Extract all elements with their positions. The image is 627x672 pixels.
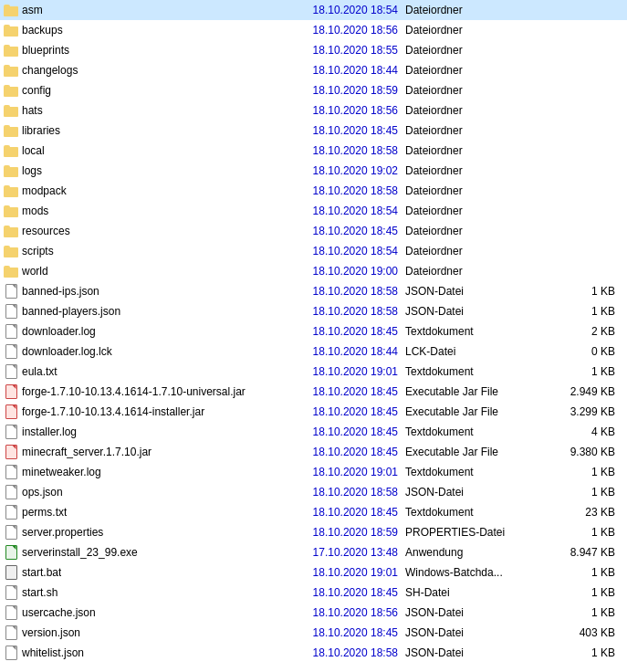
file-date: 18.10.2020 18:54 xyxy=(268,245,405,257)
file-name-text: version.json xyxy=(22,626,80,639)
file-name-cell: whitelist.json xyxy=(4,646,268,660)
file-name-cell: local xyxy=(4,143,268,158)
file-type: Textdokument xyxy=(405,425,551,438)
list-item[interactable]: banned-players.json 18.10.2020 18:58 JSO… xyxy=(0,301,627,321)
file-name-cell: resources xyxy=(4,224,268,238)
file-name-text: whitelist.json xyxy=(22,646,84,659)
list-item[interactable]: blueprints 18.10.2020 18:55 Dateiordner xyxy=(0,40,627,60)
file-name-cell: ops.json xyxy=(4,485,268,499)
file-type: Anwendung xyxy=(405,546,551,559)
list-item[interactable]: asm 18.10.2020 18:54 Dateiordner xyxy=(0,0,627,20)
file-name-cell: serverinstall_23_99.exe xyxy=(4,545,268,560)
file-date: 18.10.2020 18:59 xyxy=(268,84,405,97)
file-type: Dateiordner xyxy=(405,164,551,177)
list-item[interactable]: serverinstall_23_99.exe 17.10.2020 13:48… xyxy=(0,542,627,562)
file-icon xyxy=(4,525,18,540)
file-name-text: ops.json xyxy=(22,486,63,499)
file-name-text: logs xyxy=(22,164,42,177)
file-type: Dateiordner xyxy=(405,225,551,237)
file-name-text: hats xyxy=(22,104,43,117)
file-type: Dateiordner xyxy=(405,84,551,97)
file-name-text: resources xyxy=(22,225,70,237)
file-type: Dateiordner xyxy=(405,184,551,197)
file-type: JSON-Datei xyxy=(405,305,551,318)
file-size: 1 KB xyxy=(551,586,615,599)
file-date: 18.10.2020 18:45 xyxy=(268,626,405,639)
list-item[interactable]: forge-1.7.10-10.13.4.1614-installer.jar … xyxy=(0,402,627,422)
list-item[interactable]: forge-1.7.10-10.13.4.1614-1.7.10-univers… xyxy=(0,382,627,402)
file-date: 18.10.2020 18:45 xyxy=(268,425,405,438)
list-item[interactable]: changelogs 18.10.2020 18:44 Dateiordner xyxy=(0,60,627,80)
file-date: 18.10.2020 18:58 xyxy=(268,646,405,659)
file-icon xyxy=(4,646,18,660)
file-list: asm 18.10.2020 18:54 Dateiordner backups… xyxy=(0,0,627,672)
list-item[interactable]: banned-ips.json 18.10.2020 18:58 JSON-Da… xyxy=(0,281,627,301)
list-item[interactable]: minetweaker.log 18.10.2020 19:01 Textdok… xyxy=(0,462,627,482)
folder-icon xyxy=(4,244,18,258)
list-item[interactable]: config 18.10.2020 18:59 Dateiordner xyxy=(0,80,627,100)
file-name-text: forge-1.7.10-10.13.4.1614-1.7.10-univers… xyxy=(22,385,246,398)
file-type: Dateiordner xyxy=(405,124,551,137)
file-name-text: config xyxy=(22,84,51,97)
list-item[interactable]: hats 18.10.2020 18:56 Dateiordner xyxy=(0,100,627,121)
file-date: 18.10.2020 18:45 xyxy=(268,446,405,458)
list-item[interactable]: start.bat 18.10.2020 19:01 Windows-Batch… xyxy=(0,562,627,583)
list-item[interactable]: libraries 18.10.2020 18:45 Dateiordner xyxy=(0,121,627,141)
file-size: 403 KB xyxy=(551,626,615,639)
folder-icon xyxy=(4,83,18,98)
file-name-text: downloader.log.lck xyxy=(22,345,112,358)
file-date: 18.10.2020 18:58 xyxy=(268,285,405,298)
list-item[interactable]: modpack 18.10.2020 18:58 Dateiordner xyxy=(0,181,627,201)
list-item[interactable]: local 18.10.2020 18:58 Dateiordner xyxy=(0,141,627,161)
list-item[interactable]: downloader.log 18.10.2020 18:45 Textdoku… xyxy=(0,321,627,341)
list-item[interactable]: world 18.10.2020 19:00 Dateiordner xyxy=(0,261,627,281)
list-item[interactable]: logs 18.10.2020 19:02 Dateiordner xyxy=(0,161,627,181)
file-date: 18.10.2020 18:55 xyxy=(268,44,405,57)
file-type: Dateiordner xyxy=(405,245,551,257)
list-item[interactable]: downloader.log.lck 18.10.2020 18:44 LCK-… xyxy=(0,341,627,362)
list-item[interactable]: ops.json 18.10.2020 18:58 JSON-Datei 1 K… xyxy=(0,482,627,502)
list-item[interactable]: perms.txt 18.10.2020 18:45 Textdokument … xyxy=(0,502,627,522)
list-item[interactable]: installer.log 18.10.2020 18:45 Textdokum… xyxy=(0,422,627,442)
list-item[interactable]: usercache.json 18.10.2020 18:56 JSON-Dat… xyxy=(0,603,627,623)
file-icon xyxy=(4,585,18,600)
file-type: Dateiordner xyxy=(405,104,551,117)
file-name-cell: mods xyxy=(4,204,268,218)
list-item[interactable]: backups 18.10.2020 18:56 Dateiordner xyxy=(0,20,627,40)
file-name-text: minecraft_server.1.7.10.jar xyxy=(22,446,152,458)
file-type: Dateiordner xyxy=(405,64,551,77)
list-item[interactable]: mods 18.10.2020 18:54 Dateiordner xyxy=(0,201,627,221)
file-date: 18.10.2020 18:45 xyxy=(268,325,405,338)
list-item[interactable]: whitelist.json 18.10.2020 18:58 JSON-Dat… xyxy=(0,643,627,663)
file-date: 18.10.2020 18:45 xyxy=(268,506,405,519)
file-name-cell: start.sh xyxy=(4,585,268,600)
file-name-text: server.properties xyxy=(22,526,103,539)
list-item[interactable]: version.json 18.10.2020 18:45 JSON-Datei… xyxy=(0,623,627,643)
file-type: JSON-Datei xyxy=(405,285,551,298)
file-type: JSON-Datei xyxy=(405,646,551,659)
file-date: 17.10.2020 13:48 xyxy=(268,546,405,559)
file-name-cell: changelogs xyxy=(4,63,268,78)
file-date: 18.10.2020 18:44 xyxy=(268,64,405,77)
file-date: 18.10.2020 19:01 xyxy=(268,365,405,378)
file-type: Dateiordner xyxy=(405,144,551,157)
list-item[interactable]: scripts 18.10.2020 18:54 Dateiordner xyxy=(0,241,627,261)
file-name-text: banned-players.json xyxy=(22,305,120,318)
list-item[interactable]: server.properties 18.10.2020 18:59 PROPE… xyxy=(0,522,627,542)
file-date: 18.10.2020 18:58 xyxy=(268,305,405,318)
list-item[interactable]: resources 18.10.2020 18:45 Dateiordner xyxy=(0,221,627,241)
file-size: 1 KB xyxy=(551,486,615,499)
file-name-cell: modpack xyxy=(4,184,268,198)
list-item[interactable]: minecraft_server.1.7.10.jar 18.10.2020 1… xyxy=(0,442,627,462)
folder-icon xyxy=(4,3,18,17)
file-name-cell: downloader.log xyxy=(4,324,268,339)
folder-icon xyxy=(4,204,18,218)
file-name-text: blueprints xyxy=(22,44,69,57)
file-type: LCK-Datei xyxy=(405,345,551,358)
file-icon xyxy=(4,605,18,620)
list-item[interactable]: start.sh 18.10.2020 18:45 SH-Datei 1 KB xyxy=(0,583,627,603)
folder-icon xyxy=(4,103,18,118)
list-item[interactable]: eula.txt 18.10.2020 19:01 Textdokument 1… xyxy=(0,362,627,382)
file-name-text: start.sh xyxy=(22,586,57,599)
file-date: 18.10.2020 19:02 xyxy=(268,164,405,177)
